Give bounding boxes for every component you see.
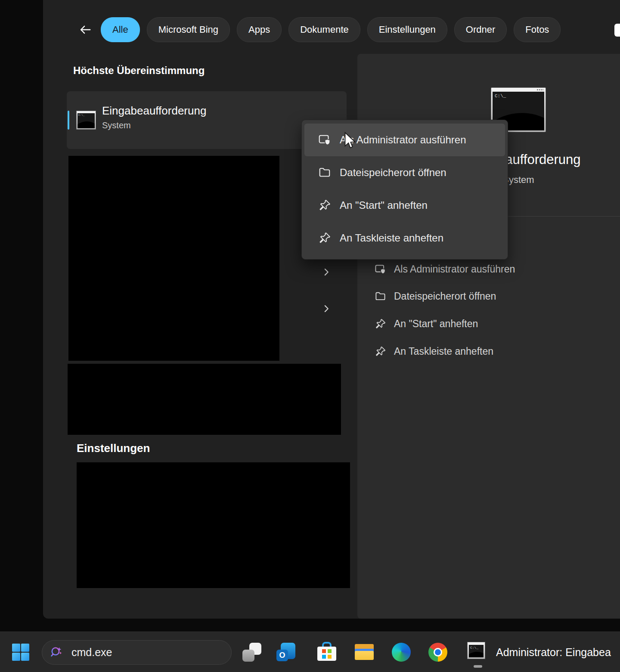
run-as-admin-icon (375, 263, 386, 275)
action-label: An "Start" anheften (394, 318, 478, 330)
taskbar-search-box[interactable]: cmd.exe (42, 640, 232, 665)
action-label: Dateispeicherort öffnen (394, 291, 496, 302)
folder-icon (375, 291, 386, 302)
best-match-heading: Höchste Übereinstimmung (73, 65, 205, 77)
back-button[interactable] (77, 18, 94, 42)
edge-button[interactable] (392, 643, 411, 662)
file-explorer-button[interactable] (354, 643, 374, 662)
chevron-right-icon[interactable] (322, 268, 331, 276)
pin-icon (318, 232, 331, 245)
filter-tab-einstellungen[interactable]: Einstellungen (367, 17, 447, 42)
action-open-file-location[interactable]: Dateispeicherort öffnen (375, 287, 496, 306)
cmd-icon: C:\_ (467, 642, 485, 659)
filter-tab-fotos[interactable]: Fotos (514, 17, 561, 42)
selection-accent-bar (68, 111, 69, 130)
pin-icon (318, 199, 331, 212)
running-app-indicator (474, 665, 482, 668)
start-button[interactable] (12, 643, 30, 661)
chevron-right-icon[interactable] (322, 304, 331, 313)
windows-search-overlay: Alle Microsoft Bing Apps Dokumente Einst… (0, 0, 620, 672)
edge-icon (392, 643, 411, 662)
outlook-button[interactable]: O (276, 643, 295, 662)
cmd-running-app-button[interactable]: C:\_ (467, 642, 485, 659)
clipped-element (614, 24, 620, 37)
windows-start-icon (12, 643, 30, 661)
action-pin-to-start[interactable]: An "Start" anheften (375, 314, 478, 333)
search-icon (50, 646, 63, 660)
taskbar: cmd.exe O (0, 632, 620, 672)
result-title: Eingabeaufforderung (102, 104, 206, 118)
run-as-admin-icon (318, 133, 331, 146)
filter-tab-apps[interactable]: Apps (237, 17, 282, 42)
redacted-results (68, 156, 279, 361)
action-label: Als Administrator ausführen (394, 263, 515, 275)
cmd-icon: C:\_ (76, 111, 96, 130)
menu-item-label: Dateispeicherort öffnen (340, 167, 446, 179)
pin-icon (375, 318, 386, 330)
action-pin-to-taskbar[interactable]: An Taskleiste anheften (375, 342, 493, 361)
folder-icon (318, 166, 331, 179)
menu-item-pin-to-start[interactable]: An "Start" anheften (304, 189, 505, 222)
filter-tab-dokumente[interactable]: Dokumente (288, 17, 360, 42)
redacted-settings-results (77, 462, 350, 588)
action-run-as-admin[interactable]: Als Administrator ausführen (375, 260, 515, 279)
menu-item-label: Als Administrator ausführen (340, 134, 466, 146)
filter-tab-alle[interactable]: Alle (101, 17, 140, 42)
task-view-button[interactable] (242, 643, 261, 662)
filter-bar: Alle Microsoft Bing Apps Dokumente Einst… (77, 17, 561, 42)
menu-item-run-as-admin[interactable]: Als Administrator ausführen (304, 124, 505, 156)
menu-item-pin-to-taskbar[interactable]: An Taskleiste anheften (304, 222, 505, 254)
redacted-results (68, 364, 341, 435)
settings-section-heading: Einstellungen (77, 442, 150, 455)
context-menu: Als Administrator ausführen Dateispeiche… (301, 120, 508, 260)
chrome-icon (428, 643, 447, 662)
menu-item-open-file-location[interactable]: Dateispeicherort öffnen (304, 156, 505, 189)
search-window: Alle Microsoft Bing Apps Dokumente Einst… (43, 0, 620, 619)
mouse-cursor (343, 132, 356, 150)
chrome-button[interactable] (428, 643, 447, 662)
pin-icon (375, 346, 386, 357)
window-buttons-icon (537, 89, 544, 90)
menu-item-label: An "Start" anheften (340, 199, 428, 211)
filter-tab-microsoft-bing[interactable]: Microsoft Bing (147, 17, 230, 42)
running-app-label[interactable]: Administrator: Eingabea (496, 632, 620, 672)
filter-tab-ordner[interactable]: Ordner (454, 17, 507, 42)
result-subtitle: System (102, 121, 131, 130)
microsoft-store-button[interactable] (317, 642, 338, 663)
action-label: An Taskleiste anheften (394, 346, 493, 357)
search-input-value: cmd.exe (71, 641, 112, 664)
arrow-left-icon (78, 23, 93, 36)
menu-item-label: An Taskleiste anheften (340, 232, 443, 244)
